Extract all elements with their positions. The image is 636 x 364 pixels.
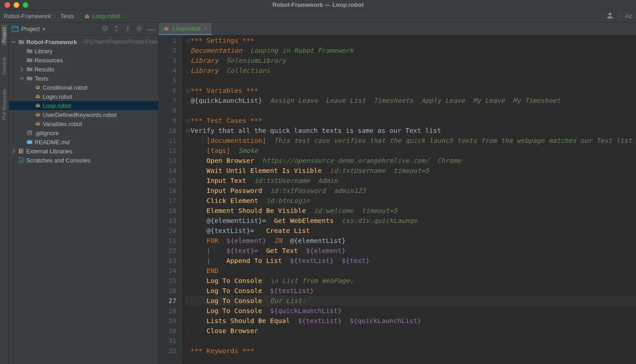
tree-label: Variables.robot xyxy=(43,121,82,127)
line-number: 15 xyxy=(159,176,176,186)
svg-text:gi: gi xyxy=(28,131,31,135)
breadcrumb-current[interactable]: Loop.robot xyxy=(84,13,120,20)
svg-rect-22 xyxy=(36,113,40,116)
code-line[interactable]: ⊟Verify that all the quick launch texts … xyxy=(185,126,636,136)
line-number: 23 xyxy=(159,256,176,266)
tree-file-login[interactable]: Login.robot xyxy=(9,92,159,101)
code-line[interactable]: ⊟*** Variables *** xyxy=(185,86,636,96)
code-line[interactable]: | Append To List ${textList} ${text} xyxy=(185,256,636,266)
svg-rect-35 xyxy=(21,149,22,154)
svg-rect-17 xyxy=(37,94,38,96)
editor-tab-loop[interactable]: Loop.robot × xyxy=(159,23,212,35)
select-opened-file[interactable] xyxy=(102,25,108,33)
line-gutter: 1 2 3 4 5 6 7 8 9 10 11 12 13 14 15 16 1… xyxy=(159,35,183,364)
code-line[interactable]: ⊟*** Settings *** xyxy=(185,35,636,46)
project-selector[interactable]: Project xyxy=(21,25,40,32)
tree-external-libraries[interactable]: External Libraries xyxy=(9,147,159,156)
nav-ac-button[interactable]: Ac xyxy=(626,13,632,20)
tree-file-conditional[interactable]: Conditional.robot xyxy=(9,83,159,92)
maximize-window[interactable] xyxy=(23,2,28,8)
code-line[interactable]: FOR ${element} IN @{elementList} xyxy=(185,236,636,246)
line-number: 6 xyxy=(159,86,176,96)
line-number: 8 xyxy=(159,106,176,116)
code-content[interactable]: ⊟*** Settings *** Documentation Looping … xyxy=(183,35,636,364)
code-line[interactable]: Log To Console Our List: xyxy=(185,296,636,306)
sidebar-header: Project ▾ — xyxy=(9,23,159,35)
tree-file-variables[interactable]: Variables.robot xyxy=(9,119,159,128)
line-number: 4 xyxy=(159,66,176,76)
collapse-all[interactable] xyxy=(124,25,131,33)
line-number: 26 xyxy=(159,286,176,296)
tree-folder-results[interactable]: Results xyxy=(9,65,159,74)
code-line[interactable]: Element Should Be Visible id:welcome tim… xyxy=(185,206,636,216)
chevron-right-icon xyxy=(11,148,16,154)
code-line[interactable]: [tags] Smoke xyxy=(185,146,636,156)
tool-tab-pull-requests[interactable]: Pull Requests xyxy=(1,86,7,123)
tool-tab-commit[interactable]: Commit xyxy=(1,55,7,77)
code-line[interactable]: ⊟*** Test Cases *** xyxy=(185,116,636,126)
avatar-button[interactable] xyxy=(606,11,614,21)
code-line[interactable]: Open Browser https://opensource-demo.ora… xyxy=(185,156,636,166)
code-line[interactable]: Log To Console ${textList} xyxy=(185,286,636,296)
line-number: 9 xyxy=(159,116,176,126)
breadcrumb-root[interactable]: Robot-Framework xyxy=(4,13,51,20)
robot-icon xyxy=(35,84,41,91)
code-line[interactable]: END xyxy=(185,266,636,276)
line-number: 19 xyxy=(159,216,176,226)
tree-label: README.md xyxy=(35,139,70,146)
folder-icon xyxy=(26,57,33,63)
svg-rect-13 xyxy=(37,85,38,86)
hide-panel[interactable]: — xyxy=(147,25,155,33)
code-line[interactable]: Documentation Looping in Robot Framework xyxy=(185,46,636,56)
code-line[interactable]: | ${text}= Get Text ${element} xyxy=(185,246,636,256)
tree-root[interactable]: Robot-Framework ~/PycharmProjects/Robot-… xyxy=(9,37,159,46)
tree-file-loop[interactable]: Loop.robot xyxy=(9,101,159,110)
tree-folder-library[interactable]: Library xyxy=(9,46,159,56)
code-line[interactable]: Log To Console \n List from WebPage: xyxy=(185,276,636,286)
code-line[interactable]: Lists Should Be Equal ${textList} ${quic… xyxy=(185,316,636,326)
code-line[interactable] xyxy=(185,336,636,346)
code-line[interactable]: Wait Until Element Is Visible id:txtUser… xyxy=(185,166,636,176)
expand-all[interactable] xyxy=(113,25,120,33)
close-tab-icon[interactable]: × xyxy=(203,25,207,32)
svg-point-40 xyxy=(167,28,168,29)
robot-icon xyxy=(84,13,90,20)
svg-rect-38 xyxy=(164,27,169,30)
svg-point-12 xyxy=(38,87,39,88)
code-line[interactable]: Click Element id:btnLogin xyxy=(185,196,636,206)
code-line[interactable] xyxy=(185,106,636,116)
code-line[interactable]: ⌞ Close Browser xyxy=(185,326,636,336)
code-line[interactable]: @{textList}= Create List xyxy=(185,226,636,236)
folder-icon xyxy=(26,75,33,81)
tool-tab-project[interactable]: Project xyxy=(1,25,7,46)
code-line[interactable]: ⌞Library Collections xyxy=(185,66,636,76)
code-line[interactable]: *** Keywords *** xyxy=(185,346,636,356)
tree-file-udk[interactable]: UserDefinedKeywords.robot xyxy=(9,110,159,119)
tree-scratches[interactable]: Scratches and Consoles xyxy=(9,156,159,165)
line-number: 28 xyxy=(159,306,176,316)
code-line[interactable] xyxy=(185,76,636,86)
tree-label: .gitignore xyxy=(35,130,59,136)
code-line[interactable]: ⌞@{quickLaunchList} Assign Leave Leave L… xyxy=(185,96,636,106)
code-line[interactable]: Library SeleniumLibrary xyxy=(185,56,636,66)
code-line[interactable]: [documentation] This test case verifies … xyxy=(185,136,636,146)
editor[interactable]: 1 2 3 4 5 6 7 8 9 10 11 12 13 14 15 16 1… xyxy=(159,35,636,364)
svg-rect-36 xyxy=(22,149,23,154)
code-line[interactable]: @{elementList}= Get WebElements css:div.… xyxy=(185,216,636,226)
minimize-window[interactable] xyxy=(14,2,19,8)
robot-icon xyxy=(35,102,41,109)
code-line[interactable]: Input Text id:txtUsername Admin xyxy=(185,176,636,186)
breadcrumb-tests[interactable]: Tests xyxy=(61,13,74,20)
code-line[interactable]: Input Password id:txtPassword admin123 xyxy=(185,186,636,196)
tree-file-gitignore[interactable]: gi .gitignore xyxy=(9,128,159,137)
svg-point-19 xyxy=(36,105,37,106)
tree-folder-resources[interactable]: Resources xyxy=(9,56,159,65)
gear-icon[interactable] xyxy=(136,25,143,33)
line-number: 29 xyxy=(159,316,176,326)
close-window[interactable] xyxy=(5,2,10,8)
vertical-tool-tabs: Project Commit Pull Requests xyxy=(0,23,9,364)
code-line[interactable]: Log To Console ${quickLaunchList} xyxy=(185,306,636,316)
svg-rect-5 xyxy=(12,26,18,31)
tree-folder-tests[interactable]: Tests xyxy=(9,74,159,83)
tree-file-readme[interactable]: MD README.md xyxy=(9,137,159,147)
